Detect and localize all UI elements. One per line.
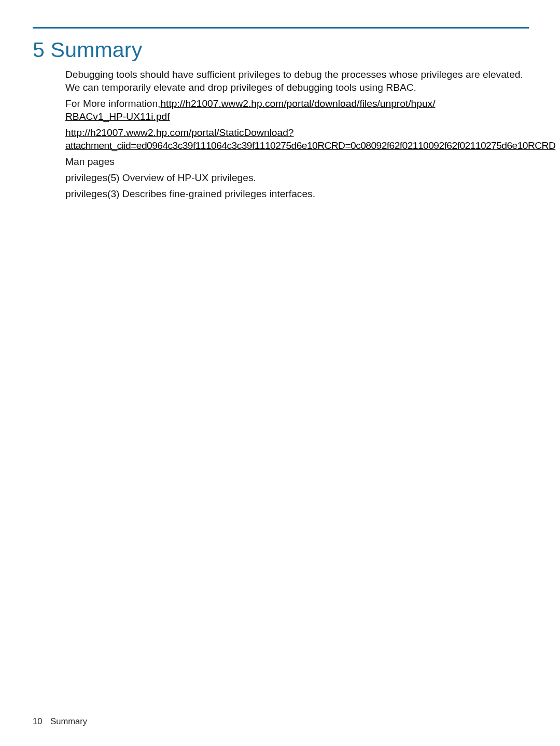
man-pages-label: Man pages — [65, 156, 529, 169]
static-download-link-part1[interactable]: http://h21007.www2.hp.com/portal/StaticD… — [65, 127, 294, 138]
static-download-paragraph: http://h21007.www2.hp.com/portal/StaticD… — [65, 127, 529, 153]
more-info-prefix: For More information, — [65, 98, 160, 109]
header-rule — [33, 27, 529, 29]
footer-section-label: Summary — [50, 716, 87, 726]
page-number: 10 — [33, 716, 42, 726]
man-page-privileges5: privileges(5) Overview of HP-UX privileg… — [65, 172, 529, 185]
static-download-link-part2[interactable]: attachment_ciid=ed0964c3c39f111064c3c39f… — [65, 140, 555, 151]
section-heading: 5 Summary — [33, 38, 529, 62]
intro-paragraph: Debugging tools should have sufficient p… — [65, 68, 529, 94]
rbac-pdf-link-part1[interactable]: http://h21007.www2.hp.com/portal/downloa… — [160, 98, 435, 109]
rbac-pdf-link-part2[interactable]: RBACv1_HP-UX11i.pdf — [65, 111, 170, 122]
man-page-privileges3: privileges(3) Describes fine-grained pri… — [65, 188, 529, 201]
document-page: 5 Summary Debugging tools should have su… — [0, 0, 560, 746]
body-content: Debugging tools should have sufficient p… — [65, 68, 529, 201]
page-footer: 10Summary — [33, 716, 87, 726]
more-info-paragraph: For More information,http://h21007.www2.… — [65, 98, 529, 123]
